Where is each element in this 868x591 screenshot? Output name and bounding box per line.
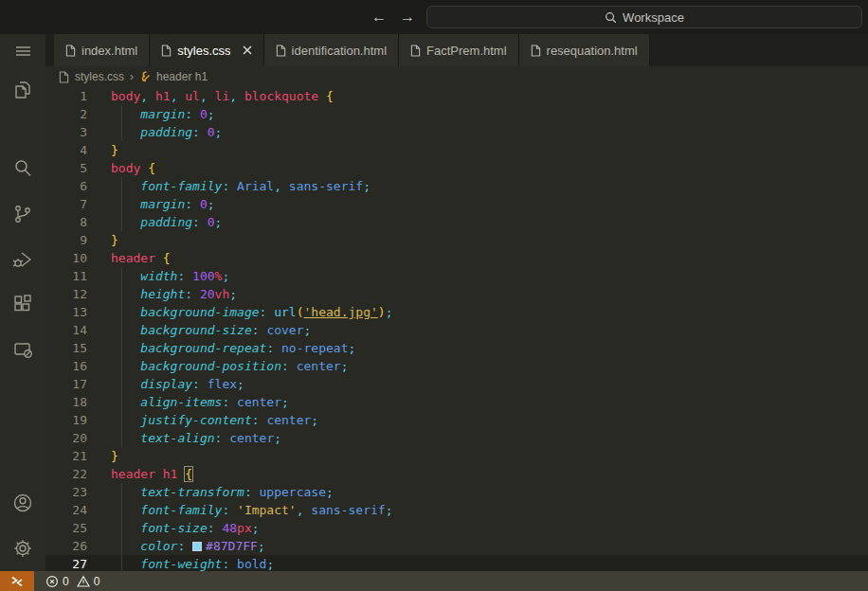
code-line-content: margin: 0; <box>100 195 215 213</box>
code-line[interactable]: 9} <box>45 231 868 249</box>
code-line[interactable]: 24 font-family: 'Impact', sans-serif; <box>45 501 868 519</box>
code-line[interactable]: 5body { <box>45 159 868 177</box>
code-line[interactable]: 22header h1 { <box>45 465 868 483</box>
code-line[interactable]: 12 height: 20vh; <box>45 285 868 303</box>
code-line[interactable]: 15 background-repeat: no-repeat; <box>45 339 868 357</box>
close-icon[interactable] <box>243 45 252 55</box>
code-line[interactable]: 20 text-align: center; <box>45 429 868 447</box>
tab-index.html[interactable]: index.html <box>54 34 150 66</box>
menu-icon[interactable] <box>11 39 34 62</box>
tab-label: FactPrem.html <box>426 44 507 58</box>
code-editor[interactable]: 1body, h1, ul, li, blockquote {2 margin:… <box>45 87 868 571</box>
file-icon <box>531 45 541 57</box>
code-line-content: font-size: 48px; <box>100 519 260 537</box>
line-number: 20 <box>45 429 100 447</box>
remote-icon <box>9 574 25 589</box>
code-line[interactable]: 1body, h1, ul, li, blockquote { <box>45 87 868 105</box>
forward-arrow-icon[interactable]: → <box>400 9 415 26</box>
problems-indicator[interactable]: 0 0 <box>45 575 99 588</box>
css-rule-symbol-icon <box>139 71 151 82</box>
error-icon <box>45 575 59 588</box>
code-line-content: background-position: center; <box>100 357 348 375</box>
code-line-content: padding: 0; <box>100 213 222 231</box>
code-line[interactable]: 7 margin: 0; <box>45 195 868 213</box>
code-line[interactable]: 2 margin: 0; <box>45 105 868 123</box>
code-line-content: width: 100%; <box>100 267 229 285</box>
code-line[interactable]: 13 background-image: url('head.jpg'); <box>45 303 868 321</box>
search-sidebar-icon[interactable] <box>11 157 34 180</box>
code-line[interactable]: 10header { <box>45 249 868 267</box>
account-icon[interactable] <box>11 492 34 514</box>
line-number: 18 <box>45 393 100 411</box>
line-number: 6 <box>45 177 100 195</box>
code-area: 1body, h1, ul, li, blockquote {2 margin:… <box>45 87 868 571</box>
code-line[interactable]: 3 padding: 0; <box>45 123 868 141</box>
error-count: 0 <box>63 575 69 588</box>
indent-guide <box>121 321 122 339</box>
breadcrumb: styles.css › header h1 <box>45 66 868 87</box>
line-number: 24 <box>45 501 100 519</box>
code-line[interactable]: 25 font-size: 48px; <box>45 519 868 537</box>
code-line-content: background-size: cover; <box>100 321 311 339</box>
tab-label: resequation.html <box>547 44 638 58</box>
code-line-content: background-repeat: no-repeat; <box>100 339 355 357</box>
warning-icon <box>77 575 90 588</box>
tab-identification.html[interactable]: identification.html <box>264 34 399 66</box>
search-label: Workspace <box>623 10 684 25</box>
remote-indicator[interactable] <box>0 571 34 591</box>
code-line[interactable]: 17 display: flex; <box>45 375 868 393</box>
file-icon <box>276 45 286 57</box>
code-line[interactable]: 26 color: #87D7FF; <box>45 537 868 555</box>
tab-resequation.html[interactable]: resequation.html <box>519 34 650 66</box>
indent-guide <box>121 285 122 303</box>
code-line[interactable]: 18 align-items: center; <box>45 393 868 411</box>
code-line[interactable]: 8 padding: 0; <box>45 213 868 231</box>
remote-explorer-icon[interactable] <box>11 338 34 361</box>
code-line[interactable]: 4} <box>45 141 868 159</box>
breadcrumb-separator-icon: › <box>130 70 134 83</box>
settings-gear-icon[interactable] <box>11 537 34 560</box>
line-number: 12 <box>45 285 100 303</box>
command-center-search[interactable]: Workspace <box>426 6 862 28</box>
code-line-content: } <box>100 231 118 249</box>
tab-label: identification.html <box>292 44 387 58</box>
line-number: 13 <box>45 303 100 321</box>
file-icon <box>65 45 76 57</box>
source-control-icon[interactable] <box>11 203 34 225</box>
breadcrumb-symbol[interactable]: header h1 <box>156 70 208 83</box>
tab-label: styles.css <box>177 44 230 58</box>
activity-bar <box>0 34 45 571</box>
breadcrumb-file[interactable]: styles.css <box>75 70 124 83</box>
code-line[interactable]: 27 font-weight: bold; <box>45 555 868 571</box>
line-number: 22 <box>45 465 100 483</box>
code-line[interactable]: 19 justify-content: center; <box>45 411 868 429</box>
line-number: 5 <box>45 159 100 177</box>
indent-guide <box>121 501 122 519</box>
search-icon <box>605 11 617 24</box>
indent-guide <box>121 519 122 537</box>
file-icon <box>410 45 421 57</box>
indent-guide <box>121 555 122 571</box>
line-number: 4 <box>45 141 100 159</box>
run-debug-icon[interactable] <box>11 248 34 271</box>
indent-guide <box>121 393 122 411</box>
indent-guide <box>121 267 122 285</box>
code-line[interactable]: 6 font-family: Arial, sans-serif; <box>45 177 868 195</box>
code-line[interactable]: 23 text-transform: uppercase; <box>45 483 868 501</box>
status-bar: 0 0 <box>0 571 868 591</box>
color-swatch[interactable] <box>192 542 202 551</box>
code-line[interactable]: 14 background-size: cover; <box>45 321 868 339</box>
back-arrow-icon[interactable]: ← <box>371 9 387 26</box>
tab-FactPrem.html[interactable]: FactPrem.html <box>399 34 519 66</box>
code-line-content: header h1 { <box>100 465 192 483</box>
tab-styles.css[interactable]: styles.css <box>150 34 263 66</box>
line-number: 14 <box>45 321 100 339</box>
line-number: 3 <box>45 123 100 141</box>
code-line[interactable]: 16 background-position: center; <box>45 357 868 375</box>
line-number: 2 <box>45 105 100 123</box>
code-line[interactable]: 11 width: 100%; <box>45 267 868 285</box>
extensions-icon[interactable] <box>11 293 34 315</box>
explorer-icon[interactable] <box>11 79 34 101</box>
line-number: 1 <box>45 87 100 105</box>
code-line[interactable]: 21} <box>45 447 868 465</box>
